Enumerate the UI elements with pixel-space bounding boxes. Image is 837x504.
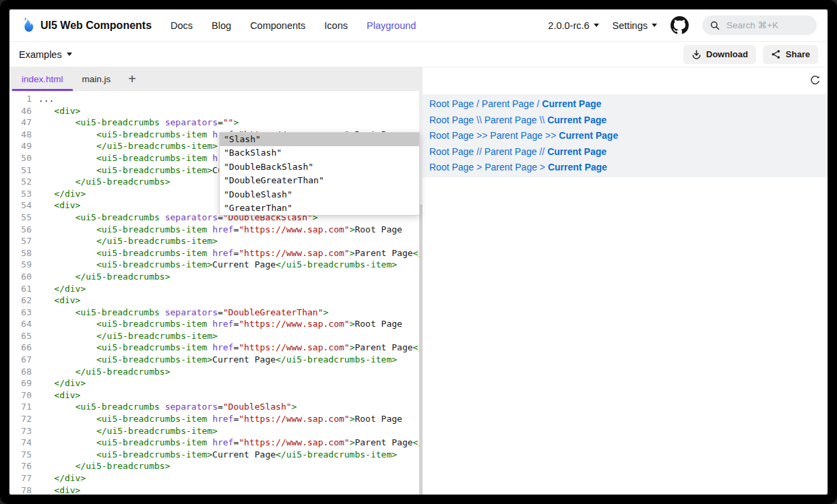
line-number: 53 — [9, 188, 32, 200]
nav-item-components[interactable]: Components — [250, 20, 305, 31]
search-input[interactable] — [725, 20, 802, 31]
examples-label: Examples — [19, 49, 62, 60]
code-line[interactable]: 60 </ui5-breadcrumbs> — [9, 271, 419, 283]
line-number: 72 — [9, 413, 32, 425]
code-text: <ui5-breadcrumbs separators="DoubleGreat… — [33, 307, 328, 319]
code-line[interactable]: 62 <div> — [9, 294, 419, 307]
version-menu[interactable]: 2.0.0-rc.6 — [548, 20, 598, 31]
breadcrumb-separator: > — [537, 162, 548, 172]
line-number: 47 — [9, 117, 32, 129]
breadcrumb-separator: / — [474, 98, 482, 109]
line-number: 63 — [9, 307, 32, 319]
code-line[interactable]: 69 </div> — [9, 377, 419, 389]
code-line[interactable]: 68 </ui5-breadcrumbs> — [9, 366, 419, 378]
code-line[interactable]: 78 <div> — [9, 484, 419, 495]
code-line[interactable]: 58 <ui5-breadcrumbs-item href="https://w… — [9, 247, 419, 259]
breadcrumb-link[interactable]: Root Page — [429, 146, 474, 157]
nav-item-blog[interactable]: Blog — [212, 20, 231, 31]
github-icon[interactable] — [671, 16, 689, 34]
line-number: 50 — [9, 152, 32, 164]
line-number: 67 — [9, 354, 32, 366]
code-text: <ui5-breadcrumbs-item href="https://www.… — [33, 342, 419, 354]
breadcrumb-row: Root Page / Parent Page / Current Page — [429, 96, 821, 113]
code-line[interactable]: 75 <ui5-breadcrumbs-item>Current Page</u… — [9, 449, 419, 461]
line-number: 61 — [9, 283, 32, 295]
preview-toolbar — [423, 67, 828, 94]
autocomplete-option[interactable]: "DoubleBackSlash" — [220, 160, 419, 174]
autocomplete-option[interactable]: "Slash" — [220, 133, 419, 146]
code-line[interactable]: 70 <div> — [9, 389, 419, 402]
code-line[interactable]: 46 <div> — [9, 105, 419, 117]
code-line[interactable]: 77 </div> — [9, 472, 419, 484]
code-text: <div> — [33, 199, 80, 212]
settings-menu[interactable]: Settings — [613, 20, 657, 31]
line-number: 56 — [9, 224, 32, 236]
search-icon — [710, 21, 720, 30]
line-number: 55 — [9, 212, 32, 224]
code-line[interactable]: 61 </div> — [9, 283, 419, 295]
refresh-icon[interactable] — [809, 75, 821, 86]
breadcrumb-link[interactable]: Parent Page — [485, 146, 537, 157]
breadcrumb-link[interactable]: Root Page — [429, 130, 474, 141]
code-line[interactable]: 59 <ui5-breadcrumbs-item>Current Page</u… — [9, 259, 419, 271]
code-line[interactable]: 1 ... — [9, 93, 419, 105]
code-line[interactable]: 66 <ui5-breadcrumbs-item href="https://w… — [9, 342, 419, 354]
breadcrumb-link[interactable]: Parent Page — [490, 130, 542, 141]
breadcrumb-link[interactable]: Parent Page — [485, 115, 537, 125]
code-line[interactable]: 76 </ui5-breadcrumbs> — [9, 460, 419, 472]
code-line[interactable]: 56 <ui5-breadcrumbs-item href="https://w… — [9, 224, 419, 236]
code-line[interactable]: 71 <ui5-breadcrumbs separators="DoubleSl… — [9, 401, 419, 413]
add-tab-button[interactable]: + — [120, 67, 144, 91]
breadcrumb-link[interactable]: Root Page — [429, 162, 474, 172]
examples-menu[interactable]: Examples — [19, 49, 72, 60]
download-button[interactable]: Download — [683, 45, 756, 64]
code-line[interactable]: 74 <ui5-breadcrumbs-item href="https://w… — [9, 437, 419, 449]
line-number: 60 — [9, 271, 32, 283]
breadcrumb-link[interactable]: Root Page — [429, 98, 474, 109]
code-text: </ui5-breadcrumbs> — [33, 271, 170, 283]
code-text: </div> — [33, 188, 86, 200]
nav-item-icons[interactable]: Icons — [324, 20, 348, 31]
breadcrumb-row: Root Page >> Parent Page >> Current Page — [429, 128, 821, 144]
code-line[interactable]: 57 </ui5-breadcrumbs-item> — [9, 235, 419, 247]
breadcrumb-separator: // — [537, 146, 548, 157]
line-number: 75 — [9, 449, 32, 461]
code-text: <ui5-breadcrumbs-item>Current Page</ui5-… — [33, 259, 397, 271]
browser-page: UI5 Web Components DocsBlogComponentsIco… — [9, 9, 828, 495]
code-text: <div> — [33, 294, 80, 307]
code-line[interactable]: 73 </ui5-breadcrumbs-item> — [9, 425, 419, 437]
breadcrumb-link[interactable]: Root Page — [429, 115, 474, 125]
nav-item-playground[interactable]: Playground — [367, 20, 416, 31]
code-text: ... — [33, 93, 54, 105]
site-title: UI5 Web Components — [40, 20, 152, 32]
breadcrumb-separator: > — [474, 162, 485, 172]
main-nav: DocsBlogComponentsIconsPlayground — [170, 20, 416, 31]
autocomplete-option[interactable]: "BackSlash" — [220, 146, 419, 160]
line-number: 68 — [9, 366, 32, 378]
line-number: 46 — [9, 105, 32, 117]
line-number: 73 — [9, 425, 32, 437]
search-box[interactable] — [702, 15, 817, 35]
line-number: 51 — [9, 164, 32, 177]
breadcrumb-link[interactable]: Parent Page — [482, 98, 534, 109]
site-header: UI5 Web Components DocsBlogComponentsIco… — [9, 9, 828, 42]
autocomplete-option[interactable]: "DoubleGreaterThan" — [220, 174, 419, 187]
line-number: 58 — [9, 247, 32, 259]
code-line[interactable]: 47 <ui5-breadcrumbs separators=""> — [9, 117, 419, 129]
code-line[interactable]: 72 <ui5-breadcrumbs-item href="https://w… — [9, 413, 419, 425]
autocomplete-option[interactable]: "DoubleSlash" — [220, 188, 419, 201]
autocomplete-option[interactable]: "GreaterThan" — [220, 201, 419, 215]
code-text: <ui5-breadcrumbs separators="DoubleSlash… — [33, 401, 297, 413]
nav-item-docs[interactable]: Docs — [170, 20, 193, 31]
code-line[interactable]: 64 <ui5-breadcrumbs-item href="https://w… — [9, 318, 419, 330]
share-icon — [771, 49, 781, 59]
editor-tab-index.html[interactable]: index.html — [12, 67, 73, 91]
code-line[interactable]: 65 </ui5-breadcrumbs-item> — [9, 330, 419, 342]
code-line[interactable]: 67 <ui5-breadcrumbs-item>Current Page</u… — [9, 354, 419, 366]
code-line[interactable]: 63 <ui5-breadcrumbs separators="DoubleGr… — [9, 307, 419, 319]
chevron-down-icon — [594, 24, 599, 27]
breadcrumb-link[interactable]: Parent Page — [485, 162, 537, 172]
editor-tab-main.js[interactable]: main.js — [73, 67, 121, 91]
chevron-down-icon — [67, 53, 72, 56]
share-button[interactable]: Share — [763, 45, 818, 64]
